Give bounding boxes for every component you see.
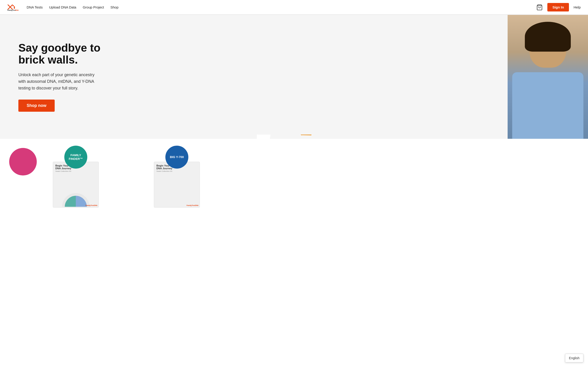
product-badge-label: FAMILYFINDER™: [69, 153, 83, 161]
product-box-family-finder: Begin Your DNA Journey Swab Collection K…: [53, 162, 99, 208]
wheel-ring-2-blue: [257, 102, 284, 135]
wheel-ring-2-purple: [239, 101, 263, 135]
product-family-finder: FAMILYFINDER™ Begin Your DNA Journey Swa…: [46, 152, 106, 208]
nav-shop[interactable]: Shop: [111, 5, 119, 9]
hero-title: Say goodbye to brick walls.: [18, 42, 101, 66]
svg-point-4: [14, 7, 15, 8]
hair: [525, 22, 571, 52]
products-section: FAMILYFINDER™ Begin Your DNA Journey Swa…: [0, 139, 588, 217]
hero-visual: YOU: [176, 15, 588, 139]
wheel-ring-1-purple: [239, 117, 270, 134]
wheel-ring-2-orange: [257, 114, 290, 135]
box-logo-y: FamilyTreeDNA: [187, 205, 199, 206]
help-link[interactable]: Help: [573, 5, 581, 9]
product-badge-big-y-label: BIG Y-700: [170, 155, 184, 159]
nav-group-project[interactable]: Group Project: [83, 5, 104, 9]
svg-rect-8: [190, 19, 323, 139]
hero-content: Say goodbye to brick walls. Unlock each …: [0, 28, 120, 126]
header-right: Sign In Help: [536, 3, 581, 11]
person-silhouette: [508, 15, 588, 139]
wheel-ring-5-red: [257, 29, 326, 135]
wheel-ring-3-orange: [257, 94, 312, 135]
shirt: [512, 72, 583, 139]
wheel-center: [243, 121, 270, 139]
ancestry-wheel: YOU: [188, 19, 326, 139]
wheel-ring-5-teal: [188, 28, 268, 134]
shop-now-button[interactable]: Shop now: [18, 100, 55, 112]
product-box-big-y: Begin Your DNA Journey Swab Collection K…: [154, 162, 200, 208]
svg-point-3: [14, 6, 15, 7]
header-left: FamilyTree DNA DNA Tests Upload DNA Data…: [7, 3, 119, 11]
product-badge-family-finder: FAMILYFINDER™: [64, 146, 87, 169]
logo-icon: FamilyTree DNA: [7, 3, 19, 11]
product-badge-pink: [9, 148, 37, 175]
you-label: YOU: [252, 123, 261, 127]
sign-in-button[interactable]: Sign In: [547, 3, 569, 11]
cart-icon[interactable]: [536, 4, 543, 10]
product-badge-big-y: BIG Y-700: [165, 146, 188, 169]
box-subtitle-y: Swab Collection Kit: [156, 170, 197, 172]
wheel-ring-3-teal: [201, 80, 257, 134]
svg-point-2: [13, 5, 14, 6]
wheel-ring-4-teal: [188, 53, 263, 134]
box-subtitle: Swab Collection Kit: [55, 170, 96, 172]
box-logo: FamilyTreeDNA: [86, 205, 97, 206]
svg-text:DNA: DNA: [15, 9, 19, 11]
wheel-ring-4-blue: [257, 53, 298, 135]
product-big-y: BIG Y-700 Begin Your DNA Journey Swab Co…: [147, 152, 207, 208]
wheel-ring-4-orange: [257, 67, 326, 134]
wheel-svg: YOU: [188, 19, 326, 139]
nav-upload-dna[interactable]: Upload DNA Data: [49, 5, 76, 9]
svg-text:FamilyTree: FamilyTree: [7, 9, 16, 11]
wheel-ring-2-teal: [224, 105, 257, 134]
wheel-ring-1-orange: [257, 123, 275, 134]
main-nav: DNA Tests Upload DNA Data Group Project …: [27, 5, 119, 9]
person-photo-area: [508, 15, 588, 139]
site-header: FamilyTree DNA DNA Tests Upload DNA Data…: [0, 0, 588, 15]
hero-section: Say goodbye to brick walls. Unlock each …: [0, 15, 588, 139]
nav-dna-tests[interactable]: DNA Tests: [27, 5, 43, 9]
hero-subtitle: Unlock each part of your genetic ancestr…: [18, 72, 101, 91]
logo-link[interactable]: FamilyTree DNA: [7, 3, 19, 11]
wheel-ring-3-blue: [247, 79, 292, 134]
